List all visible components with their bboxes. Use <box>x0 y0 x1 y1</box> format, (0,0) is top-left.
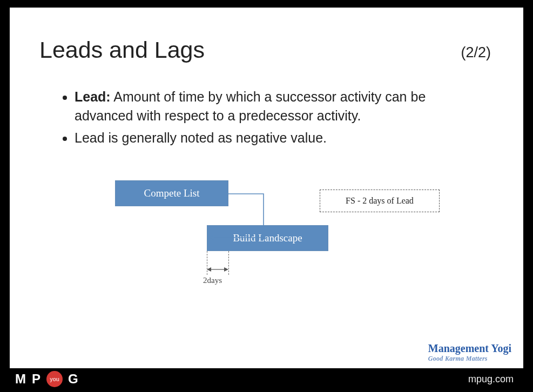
brand-block: Management Yogi Good Karma Matters <box>428 342 511 363</box>
brand-tagline: Good Karma Matters <box>428 355 511 363</box>
measure-label: 2days <box>203 276 222 285</box>
logo-letter-m: M <box>15 371 26 387</box>
mpug-logo: M P you G <box>15 371 79 387</box>
svg-marker-2 <box>207 267 211 272</box>
brand-name: Management Yogi <box>428 342 511 355</box>
measure-guide-right <box>228 251 229 275</box>
svg-marker-3 <box>224 267 228 272</box>
measure-arrows <box>207 266 228 273</box>
site-url: mpug.com <box>468 374 514 385</box>
footer-bar: M P you G mpug.com <box>10 368 523 392</box>
logo-letter-p: P <box>32 371 41 387</box>
logo-letter-g: G <box>68 371 79 387</box>
logo-dot-icon: you <box>46 371 63 387</box>
slide: Leads and Lags (2/2) Lead: Amount of tim… <box>10 8 523 368</box>
svg-marker-0 <box>210 235 214 240</box>
presentation-stage: Leads and Lags (2/2) Lead: Amount of tim… <box>0 0 533 392</box>
